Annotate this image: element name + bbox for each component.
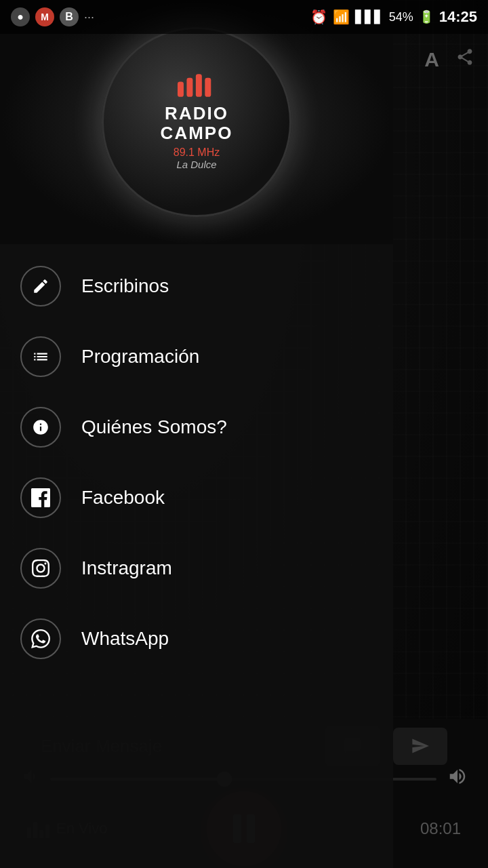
clock-display: 14:25 xyxy=(439,8,477,26)
instagram-icon xyxy=(20,548,61,589)
drawer-radio-name1: RADIO xyxy=(165,104,228,123)
drawer-radio-logo: RADIO CAMPO 89.1 MHz La Dulce xyxy=(102,27,291,217)
facebook-label: Facebook xyxy=(81,487,165,509)
status-right: ⏰ 📶 ▋▋▋ 54% 🔋 14:25 xyxy=(310,8,477,26)
menu-item-whatsapp[interactable]: WhatsApp xyxy=(0,604,393,674)
instagram-label: Instragram xyxy=(81,557,172,579)
menu-item-programacion[interactable]: Programación xyxy=(0,321,393,392)
battery-icon: 🔋 xyxy=(419,9,434,24)
escribinos-label: Escribinos xyxy=(81,275,169,297)
status-bar: ● M B ··· ⏰ 📶 ▋▋▋ 54% 🔋 14:25 xyxy=(0,0,488,34)
svg-rect-7 xyxy=(205,78,211,97)
drawer-header: RADIO CAMPO 89.1 MHz La Dulce xyxy=(0,0,393,244)
alarm-icon: ⏰ xyxy=(310,9,327,25)
signal-icon: ▋▋▋ xyxy=(355,9,384,24)
svg-rect-5 xyxy=(186,78,192,97)
pencil-icon xyxy=(20,266,61,307)
wifi-icon: 📶 xyxy=(333,9,350,25)
whatsapp-icon xyxy=(20,618,61,659)
programacion-label: Programación xyxy=(81,346,199,368)
drawer-radio-freq: 89.1 MHz xyxy=(174,146,220,159)
list-icon xyxy=(20,336,61,377)
menu-item-escribinos[interactable]: Escribinos xyxy=(0,251,393,321)
info-icon xyxy=(20,407,61,448)
drawer-radio-name2: CAMPO xyxy=(161,123,233,143)
gmail-icon: M xyxy=(35,7,54,26)
battery-percent: 54% xyxy=(389,10,413,24)
more-icon: ··· xyxy=(84,10,94,24)
side-drawer: RADIO CAMPO 89.1 MHz La Dulce Escribinos xyxy=(0,0,393,868)
b-icon: B xyxy=(60,7,79,26)
drawer-radio-subtitle: La Dulce xyxy=(176,159,216,170)
drawer-header-content: RADIO CAMPO 89.1 MHz La Dulce xyxy=(0,0,393,244)
status-left-icons: ● M B ··· xyxy=(11,7,94,26)
whatsapp-label: WhatsApp xyxy=(81,628,169,650)
avatar-icon: ● xyxy=(11,7,30,26)
menu-item-facebook[interactable]: Facebook xyxy=(0,462,393,533)
svg-rect-4 xyxy=(178,82,184,97)
drawer-wave-icon xyxy=(178,74,216,100)
menu-item-instagram[interactable]: Instragram xyxy=(0,533,393,604)
facebook-icon xyxy=(20,477,61,518)
menu-item-quienes[interactable]: Quiénes Somos? xyxy=(0,392,393,462)
svg-rect-6 xyxy=(196,75,202,98)
drawer-menu: Escribinos Programación Quiénes Somos? xyxy=(0,244,393,868)
quienes-label: Quiénes Somos? xyxy=(81,416,227,438)
